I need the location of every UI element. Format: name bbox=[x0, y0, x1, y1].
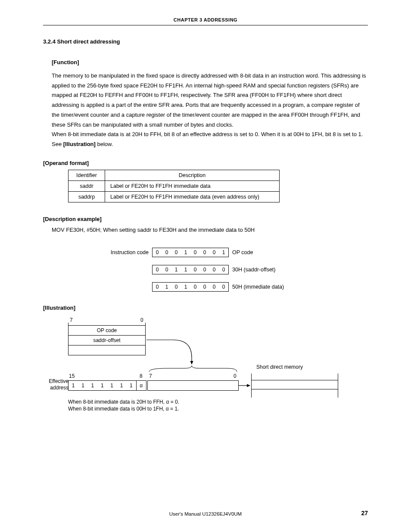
effective-address-label-1: Effective bbox=[49, 378, 68, 384]
manual-id: User's Manual U12326EJ4V0UM bbox=[0, 511, 411, 516]
instruction-row: 0 1 0 1 0 0 0 0 50H (immediate data) bbox=[43, 282, 368, 292]
th-identifier: Identifier bbox=[68, 170, 105, 180]
tick-15: 15 bbox=[69, 373, 75, 379]
bit: 1 bbox=[171, 265, 181, 274]
illustration-heading: [Illustration] bbox=[43, 305, 368, 311]
table-row: saddrp Label or FE20H to FF1FH immediate… bbox=[68, 191, 280, 202]
instruction-code-label: Instruction code bbox=[43, 249, 152, 255]
cell-desc: Label or FE20H to FF1FH immediate data (… bbox=[105, 191, 280, 202]
eff-bit: 1 bbox=[68, 381, 78, 390]
bit: 0 bbox=[200, 265, 209, 274]
cell-id: saddrp bbox=[68, 191, 105, 202]
instruction-code-block: Instruction code 0 0 0 1 0 0 0 1 OP code… bbox=[43, 248, 368, 292]
bit: 0 bbox=[190, 283, 200, 291]
tick-7: 7 bbox=[70, 317, 73, 323]
bit: 0 bbox=[209, 248, 219, 257]
effective-address-label: Effective address bbox=[49, 378, 68, 391]
instruction-note: 30H (saddr-offset) bbox=[232, 267, 276, 273]
function-paragraph-2b: below. bbox=[96, 141, 113, 147]
short-direct-memory-box bbox=[251, 373, 338, 398]
tick-7b: 7 bbox=[149, 373, 152, 379]
eff-bit: 1 bbox=[97, 381, 107, 390]
bitbox: 0 0 0 1 0 0 0 1 bbox=[152, 248, 229, 257]
alpha-bit: α bbox=[136, 381, 146, 390]
bit: 1 bbox=[162, 283, 171, 291]
eff-bit: 1 bbox=[107, 381, 117, 390]
bit: 0 bbox=[190, 265, 200, 274]
section-title: 3.2.4 Short direct addressing bbox=[43, 38, 368, 45]
table-row: saddr Label or FE20H to FF1FH immediate … bbox=[68, 180, 280, 191]
illustration-ref: [Illustration] bbox=[63, 141, 96, 147]
operand-format-heading: [Operand format] bbox=[43, 160, 368, 166]
cell-desc: Label or FE20H to FF1FH immediate data bbox=[105, 180, 280, 191]
short-direct-memory-label: Short direct memory bbox=[256, 364, 303, 370]
bit: 0 bbox=[209, 265, 219, 274]
bit: 0 bbox=[200, 283, 209, 291]
bit: 0 bbox=[171, 248, 181, 257]
tick-0: 0 bbox=[140, 317, 143, 323]
eff-bit: 1 bbox=[78, 381, 87, 390]
illustration-footnote: When 8-bit immediate data is 20H to FFH,… bbox=[68, 398, 179, 412]
bit: 0 bbox=[162, 265, 171, 274]
bit: 0 bbox=[209, 283, 219, 291]
bit: 0 bbox=[200, 248, 209, 257]
effective-address-high-box: 1 1 1 1 1 1 1 α bbox=[68, 380, 146, 391]
bit: 0 bbox=[219, 283, 228, 291]
cell-id: saddr bbox=[68, 180, 105, 191]
instruction-note: 50H (immediate data) bbox=[232, 284, 284, 290]
instruction-row: Instruction code 0 0 0 1 0 0 0 1 OP code bbox=[43, 248, 368, 257]
bit: 1 bbox=[181, 283, 190, 291]
eff-bit: 1 bbox=[117, 381, 126, 390]
bit: 0 bbox=[171, 283, 181, 291]
operand-table: Identifier Description saddr Label or FE… bbox=[68, 170, 280, 202]
bit: 1 bbox=[181, 248, 190, 257]
effective-address-label-2: address bbox=[50, 385, 68, 391]
bit: 1 bbox=[219, 248, 228, 257]
footnote-line-2: When 8-bit immediate data is 00H to 1FH,… bbox=[68, 405, 179, 412]
bit: 0 bbox=[162, 248, 171, 257]
effective-address-low-box bbox=[147, 380, 239, 391]
illustration-diagram: 7 0 OP code saddr-offset 15 8 7 0 bbox=[43, 314, 368, 409]
eff-bit: 1 bbox=[126, 381, 136, 390]
function-heading: [Function] bbox=[52, 58, 368, 68]
chapter-header: CHAPTER 3 ADDRESSING bbox=[43, 17, 368, 25]
description-example-text: MOV FE30H, #50H; When setting saddr to F… bbox=[52, 226, 368, 235]
bit: 0 bbox=[219, 265, 228, 274]
footnote-line-1: When 8-bit immediate data is 20H to FFH,… bbox=[68, 398, 179, 405]
th-description: Description bbox=[105, 170, 280, 180]
eff-bit: 1 bbox=[88, 381, 97, 390]
bit: 0 bbox=[153, 248, 162, 257]
bit: 0 bbox=[153, 265, 162, 274]
bit: 0 bbox=[153, 283, 162, 291]
page-number: 27 bbox=[361, 510, 368, 516]
function-paragraph-1: The memory to be manipulated in the fixe… bbox=[52, 71, 368, 130]
bit: 0 bbox=[190, 248, 200, 257]
tick-0b: 0 bbox=[234, 373, 237, 379]
page-footer: User's Manual U12326EJ4V0UM 27 bbox=[0, 511, 411, 516]
description-example-heading: [Description example] bbox=[43, 216, 368, 222]
bitbox: 0 0 1 1 0 0 0 0 bbox=[152, 265, 229, 274]
function-paragraph-2: When 8-bit immediate data is at 20H to F… bbox=[52, 130, 368, 149]
instruction-row: 0 0 1 1 0 0 0 0 30H (saddr-offset) bbox=[43, 265, 368, 274]
bit: 1 bbox=[181, 265, 190, 274]
instruction-note: OP code bbox=[232, 249, 253, 255]
bitbox: 0 1 0 1 0 0 0 0 bbox=[152, 282, 229, 292]
tick-8: 8 bbox=[140, 373, 143, 379]
